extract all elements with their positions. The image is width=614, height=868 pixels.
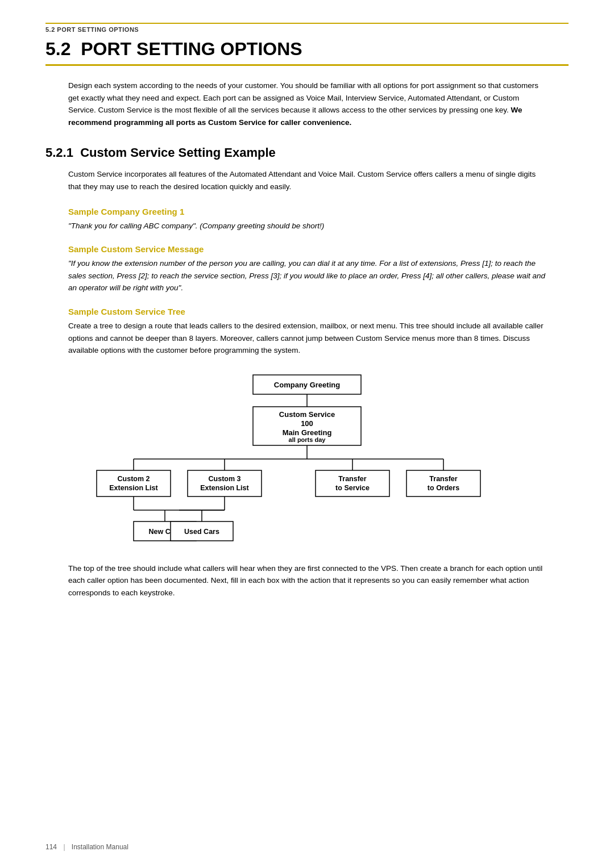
footer-page: 114 (45, 843, 57, 851)
svg-text:100: 100 (301, 419, 313, 428)
subsection-title-2: Sample Custom Service Message (68, 244, 546, 254)
svg-text:Transfer: Transfer (429, 475, 457, 483)
closing-text: The top of the tree should include what … (68, 562, 546, 599)
section-intro-text: Custom Service incorporates all features… (68, 168, 546, 193)
subsection-title-3: Sample Custom Service Tree (68, 307, 546, 316)
svg-text:to Service: to Service (335, 484, 370, 492)
subsection-custom-message: Sample Custom Service Message "If you kn… (68, 244, 546, 294)
svg-text:Custom Service: Custom Service (279, 410, 335, 419)
header-label: 5.2 PORT SETTING OPTIONS (45, 26, 569, 33)
subsection-custom-tree: Sample Custom Service Tree Create a tree… (68, 307, 546, 357)
footer: 114 | Installation Manual (45, 843, 128, 851)
svg-rect-23 (406, 470, 480, 496)
svg-text:to Orders: to Orders (428, 484, 459, 492)
subsection-title-1: Sample Company Greeting 1 (68, 207, 546, 216)
svg-text:Company Greeting: Company Greeting (274, 381, 340, 389)
subsection-content-3: Create a tree to design a route that lea… (68, 320, 546, 357)
page: 5.2 PORT SETTING OPTIONS 5.2 PORT SETTIN… (0, 0, 614, 868)
subsection-content-2: "If you know the extension number of the… (68, 257, 546, 294)
tree-svg: Company Greeting Custom Service 100 Main… (91, 369, 523, 551)
svg-rect-20 (316, 470, 389, 496)
intro-paragraph: Design each system according to the need… (68, 80, 546, 128)
chapter-title: 5.2 PORT SETTING OPTIONS (45, 39, 569, 66)
section-title: 5.2.1 Custom Service Setting Example (45, 145, 276, 160)
svg-text:Main Greeting: Main Greeting (283, 428, 332, 437)
svg-rect-17 (188, 470, 262, 496)
footer-label: Installation Manual (72, 843, 128, 851)
svg-text:Custom 3: Custom 3 (209, 475, 241, 483)
svg-rect-14 (97, 470, 171, 496)
footer-separator: | (63, 843, 65, 851)
svg-text:Used Cars: Used Cars (184, 528, 219, 536)
tree-diagram: Company Greeting Custom Service 100 Main… (45, 369, 569, 551)
svg-text:Extension List: Extension List (200, 484, 249, 492)
svg-text:Transfer: Transfer (338, 475, 366, 483)
subsection-content-1: "Thank you for calling ABC company". (Co… (68, 220, 546, 232)
subsection-company-greeting: Sample Company Greeting 1 "Thank you for… (68, 207, 546, 232)
top-rule (45, 23, 569, 24)
svg-text:Extension List: Extension List (109, 484, 158, 492)
svg-text:Custom 2: Custom 2 (118, 475, 150, 483)
svg-text:all ports day: all ports day (289, 436, 326, 443)
